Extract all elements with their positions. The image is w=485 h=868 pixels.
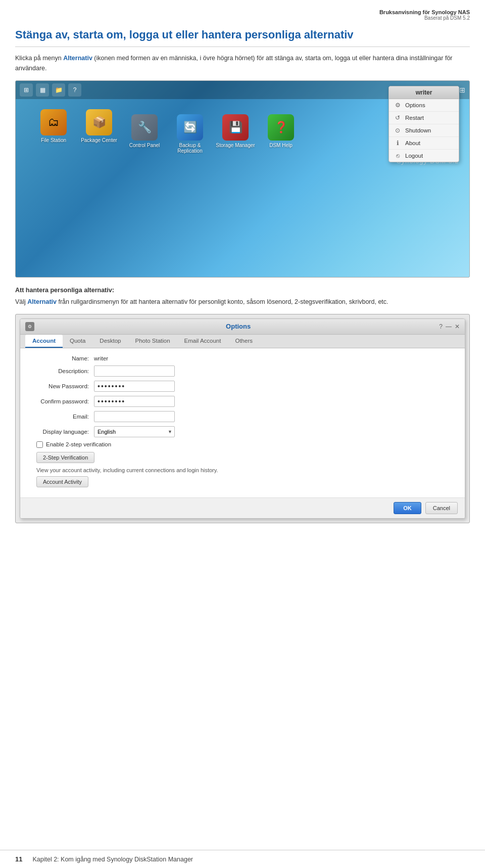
language-label: Display language: (28, 429, 94, 435)
restart-label: Restart (405, 115, 424, 121)
options-icon: ⚙ (394, 102, 401, 109)
body-after: från rullgardinsmenyn för att hantera al… (57, 298, 389, 305)
storage-icon: 💾 (222, 114, 249, 141)
options-tabs: Account Quota Desktop Photo Station Emai… (20, 335, 465, 348)
header-subtitle: Baserat på DSM 5.2 (15, 15, 470, 21)
dsm-screenshot: ⊞ ▦ 📁 ? 💬 👤 🔍 ⚙ ⊞ (15, 80, 470, 278)
app-package-center[interactable]: 📦 Package Center (76, 109, 122, 154)
backup-label: Backup & Replication (167, 143, 213, 154)
options-label: Options (405, 102, 425, 108)
new-password-label: New Password: (28, 383, 94, 389)
section-heading: Att hantera personliga alternativ: (15, 287, 470, 294)
new-password-input[interactable] (94, 381, 175, 392)
body-text: Välj Alternativ från rullgardinsmenyn fö… (15, 297, 470, 307)
language-select-wrapper: English ▼ (94, 426, 175, 437)
email-label: Email: (28, 414, 94, 420)
options-dialog-icon: ⚙ (25, 322, 34, 331)
minimize-icon[interactable]: ? (439, 323, 443, 330)
tab-email-account[interactable]: Email Account (177, 335, 228, 348)
dsm-help-label: DSM Help (269, 143, 293, 148)
options-dialog-container: ⚙ Options ? — ✕ Account Quota Desktop Ph… (15, 314, 470, 523)
options-dialog: ⚙ Options ? — ✕ Account Quota Desktop Ph… (20, 318, 465, 519)
context-menu-shutdown[interactable]: ⊙ Shutdown (389, 124, 459, 137)
intro-highlight: Alternativ (63, 55, 92, 62)
cancel-button[interactable]: Cancel (425, 502, 458, 514)
confirm-password-label: Confirm password: (28, 398, 94, 404)
two-step-checkbox[interactable] (36, 441, 43, 448)
logout-label: Logout (405, 153, 423, 159)
divider (15, 47, 470, 47)
tab-photo-station[interactable]: Photo Station (128, 335, 177, 348)
options-titlebar-controls: ? — ✕ (439, 323, 460, 330)
main-content: Stänga av, starta om, logga ut eller han… (0, 23, 485, 542)
context-menu-about[interactable]: ℹ About (389, 137, 459, 150)
confirm-password-input[interactable] (94, 396, 175, 407)
page-container: Bruksanvisning för Synology NAS Baserat … (0, 0, 485, 868)
name-value: writer (94, 355, 108, 361)
header-area: Bruksanvisning för Synology NAS Baserat … (0, 0, 485, 23)
page-number: 11 (15, 855, 22, 863)
package-center-icon: 📦 (86, 109, 112, 135)
description-label: Description: (28, 368, 94, 374)
dsm-apps-icon[interactable]: ⊞ (20, 83, 33, 97)
app-backup[interactable]: 🔄 Backup & Replication (167, 114, 213, 154)
tab-others[interactable]: Others (228, 335, 260, 348)
dsm-grid-icon[interactable]: ▦ (36, 83, 49, 97)
form-row-language: Display language: English ▼ (28, 426, 457, 437)
ok-button[interactable]: OK (394, 502, 421, 514)
file-station-icon: 🗂 (40, 109, 67, 135)
tab-quota[interactable]: Quota (63, 335, 92, 348)
page-title: Stänga av, starta om, logga ut eller han… (15, 28, 470, 42)
name-label: Name: (28, 355, 94, 361)
context-menu-options[interactable]: ⚙ Options (389, 99, 459, 112)
tab-account[interactable]: Account (25, 335, 63, 348)
description-input[interactable] (94, 366, 175, 377)
context-menu-restart[interactable]: ↺ Restart (389, 112, 459, 124)
maximize-icon[interactable]: — (446, 323, 452, 330)
close-icon[interactable]: ✕ (455, 323, 460, 330)
dsm-context-menu: writer ⚙ Options ↺ Restart ⊙ Shutdown ℹ (389, 86, 459, 162)
tab-desktop[interactable]: Desktop (92, 335, 128, 348)
email-input[interactable] (94, 411, 175, 422)
form-row-email: Email: (28, 411, 457, 422)
body-highlight: Alternativ (27, 298, 57, 305)
form-row-password: New Password: (28, 381, 457, 392)
dsm-taskbar-left: ⊞ ▦ 📁 ? (20, 83, 81, 97)
intro-paragraph: Klicka på menyn Alternativ (ikonen med f… (15, 53, 470, 73)
options-footer: OK Cancel (20, 497, 465, 518)
about-label: About (405, 140, 420, 146)
form-row-description: Description: (28, 366, 457, 377)
account-activity-button[interactable]: Account Activity (36, 476, 88, 487)
two-step-label: Enable 2-step verification (46, 441, 111, 447)
logout-icon: ⎋ (394, 152, 401, 159)
app-dsm-help[interactable]: ❓ DSM Help (258, 114, 304, 154)
app-control-panel[interactable]: 🔧 Control Panel (122, 114, 167, 154)
language-select[interactable]: English (94, 426, 175, 437)
form-row-name: Name: writer (28, 355, 457, 361)
file-station-label: File Station (41, 138, 66, 143)
page-footer: 11 Kapitel 2: Kom igång med Synology Dis… (0, 850, 485, 868)
dsm-folder-icon[interactable]: 📁 (52, 83, 65, 97)
checkbox-row-2step: Enable 2-step verification (28, 441, 457, 448)
control-panel-icon: 🔧 (131, 114, 158, 141)
account-activity-info: View your account activity, including cu… (36, 467, 457, 473)
body-before: Välj (15, 298, 27, 305)
grid-icon[interactable]: ⊞ (459, 86, 465, 94)
context-menu-header: writer (389, 86, 459, 99)
app-storage-manager[interactable]: 💾 Storage Manager (213, 114, 258, 154)
about-icon: ℹ (394, 140, 401, 147)
backup-icon: 🔄 (177, 114, 203, 141)
control-panel-label: Control Panel (129, 143, 160, 148)
header-title: Bruksanvisning för Synology NAS (15, 9, 470, 15)
dsm-content: ⊞ ▦ 📁 ? 💬 👤 🔍 ⚙ ⊞ (16, 81, 469, 171)
context-menu-logout[interactable]: ⎋ Logout (389, 150, 459, 162)
form-row-confirm-password: Confirm password: (28, 396, 457, 407)
options-body: Name: writer Description: New Password: … (20, 348, 465, 497)
two-step-verification-button[interactable]: 2-Step Verification (36, 452, 94, 463)
options-titlebar: ⚙ Options ? — ✕ (20, 319, 465, 335)
storage-label: Storage Manager (216, 143, 255, 148)
app-file-station[interactable]: 🗂 File Station (31, 109, 76, 154)
options-dialog-title: Options (37, 323, 439, 330)
package-center-label: Package Center (81, 138, 117, 143)
dsm-help-icon[interactable]: ? (68, 83, 81, 97)
